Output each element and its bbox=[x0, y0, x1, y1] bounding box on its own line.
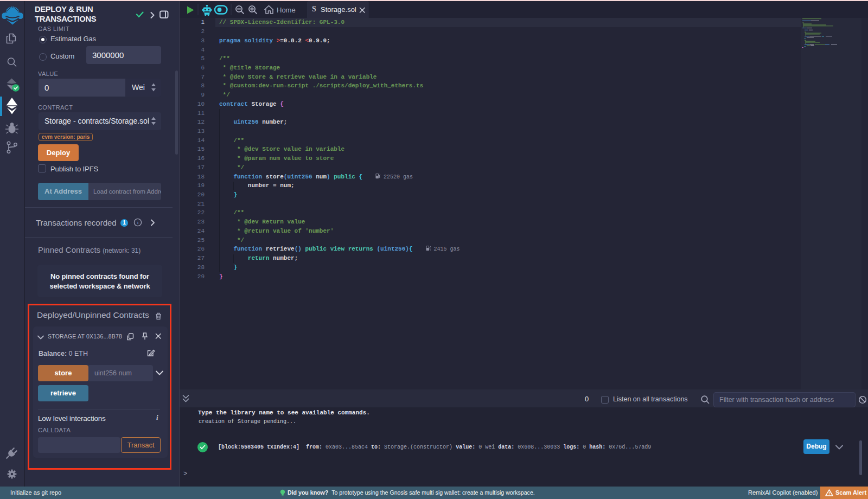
svg-text:i: i bbox=[137, 220, 139, 225]
svg-text:Home: Home bbox=[277, 6, 296, 14]
